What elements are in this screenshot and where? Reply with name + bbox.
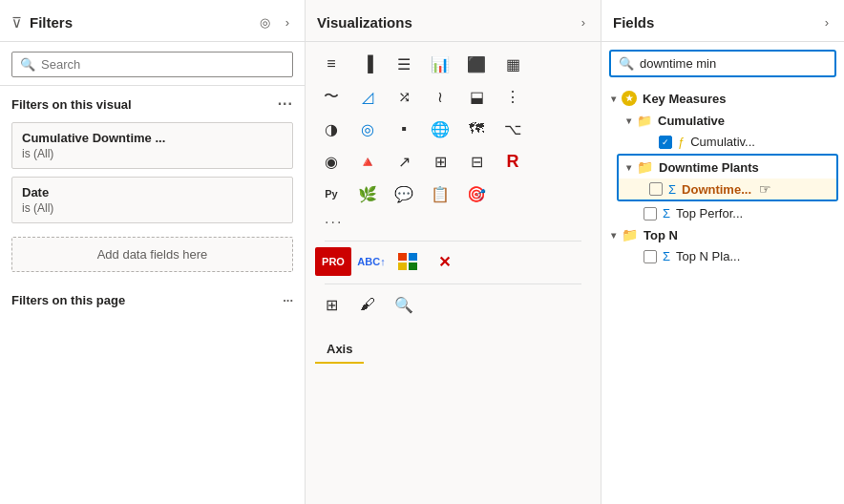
filter-card-cumulative-name: Cumulative Downtime ... bbox=[22, 131, 283, 145]
viz-brush-btn[interactable]: 🖌 bbox=[351, 290, 384, 319]
filters-eye-button[interactable]: ◎ bbox=[256, 13, 274, 32]
viz-row-bottom: ⊞ 🖌 🔍 bbox=[315, 290, 591, 319]
downtime-sigma-icon: Σ bbox=[668, 182, 676, 197]
viz-metrics[interactable]: 🎯 bbox=[460, 179, 493, 208]
viz-ribbon[interactable]: ≀ bbox=[424, 82, 456, 111]
tree-item-cumulativ[interactable]: ✓ ƒ Cumulativ... bbox=[632, 132, 844, 152]
filters-expand-button[interactable]: › bbox=[282, 13, 293, 32]
downtime-field-label: Downtime... bbox=[682, 182, 751, 197]
fields-expand-button[interactable]: › bbox=[821, 13, 833, 32]
viz-row-3: ◑ ◎ ▪ 🌐 🗺 ⌥ bbox=[315, 115, 591, 143]
tree-item-top-n-pla[interactable]: Σ Top N Pla... bbox=[617, 246, 844, 266]
fields-search-icon: 🔍 bbox=[619, 56, 634, 71]
filter-card-date[interactable]: Date is (All) bbox=[11, 177, 293, 223]
viz-title: Visualizations bbox=[317, 14, 570, 31]
viz-stacked-bar-h[interactable]: ☰ bbox=[388, 50, 420, 78]
viz-qa[interactable]: 💬 bbox=[388, 179, 420, 208]
viz-python[interactable]: Py bbox=[315, 179, 348, 208]
viz-axis-section: Axis bbox=[306, 328, 601, 368]
key-measures-icon: ★ bbox=[622, 91, 637, 106]
visualizations-panel: Visualizations › ≡ ▐ ☰ 📊 ⬛ ▦ 〜 ◿ ⤮ ≀ ⬓ ⋮… bbox=[306, 0, 601, 504]
chevron-down-icon-3: ▾ bbox=[626, 162, 631, 173]
viz-divider bbox=[325, 241, 581, 242]
filter-card-cumulative[interactable]: Cumulative Downtime ... is (All) bbox=[11, 122, 293, 169]
viz-icons-grid: ≡ ▐ ☰ 📊 ⬛ ▦ 〜 ◿ ⤮ ≀ ⬓ ⋮ ◑ ◎ ▪ 🌐 🗺 ⌥ ◉ bbox=[306, 42, 601, 328]
viz-line-col[interactable]: ⤮ bbox=[388, 82, 420, 111]
viz-x-btn[interactable]: ✕ bbox=[428, 247, 460, 276]
viz-expand-button[interactable]: › bbox=[578, 13, 589, 32]
downtime-plants-subgroup: ▾ 📁 Downtime Plants Σ Downtime... ☞ bbox=[601, 154, 844, 201]
fields-header: Fields › bbox=[601, 0, 844, 42]
svg-rect-0 bbox=[398, 253, 407, 261]
viz-gauge[interactable]: ◉ bbox=[315, 147, 348, 176]
filter-card-cumulative-value: is (All) bbox=[22, 147, 283, 160]
fields-search-input[interactable] bbox=[640, 56, 827, 71]
viz-waterfall[interactable]: ⬓ bbox=[460, 82, 493, 111]
tree-item-top-perfor[interactable]: Σ Top Perfor... bbox=[617, 203, 844, 223]
viz-funnel[interactable]: ⌥ bbox=[496, 115, 529, 143]
top-perfor-checkbox[interactable] bbox=[644, 207, 657, 220]
viz-smart-narrative[interactable]: 📋 bbox=[424, 179, 456, 208]
tree-group-key-measures[interactable]: ▾ ★ Key Measures bbox=[601, 87, 844, 110]
viz-row-format: PRO ABC↑ ✕ bbox=[315, 247, 591, 276]
filter-card-date-name: Date bbox=[22, 185, 283, 200]
viz-more-ellipsis[interactable]: ··· bbox=[315, 212, 352, 233]
viz-100pct-stacked[interactable]: ▦ bbox=[496, 50, 529, 78]
viz-scatter[interactable]: ⋮ bbox=[496, 82, 529, 111]
viz-slicer[interactable]: ⊞ bbox=[424, 147, 456, 176]
viz-stacked-col[interactable]: ⬛ bbox=[460, 50, 493, 78]
fields-tree: ▾ ★ Key Measures ▾ 📁 Cumulative ✓ ƒ Cumu… bbox=[601, 83, 844, 504]
key-measures-label: Key Measures bbox=[643, 92, 726, 106]
viz-map[interactable]: 🌐 bbox=[424, 115, 456, 143]
svg-rect-1 bbox=[409, 253, 417, 261]
filters-search-input[interactable] bbox=[41, 57, 285, 72]
viz-divider2 bbox=[325, 284, 581, 284]
viz-color-squares[interactable] bbox=[391, 247, 424, 276]
cumulative-subgroup: ▾ 📁 Cumulative ✓ ƒ Cumulativ... bbox=[601, 110, 844, 152]
viz-line[interactable]: 〜 bbox=[315, 82, 348, 111]
viz-axis-tab[interactable]: Axis bbox=[315, 336, 364, 364]
top-n-pla-checkbox[interactable] bbox=[644, 250, 657, 263]
viz-area[interactable]: ◿ bbox=[351, 82, 384, 111]
filter-card-date-value: is (All) bbox=[22, 201, 283, 215]
cumulativ-checkbox[interactable]: ✓ bbox=[659, 136, 672, 149]
viz-stacked-bar[interactable]: ≡ bbox=[315, 50, 348, 78]
viz-row-special: ··· bbox=[315, 212, 591, 233]
downtime-field-item[interactable]: Σ Downtime... ☞ bbox=[619, 178, 836, 200]
viz-treemap[interactable]: ▪ bbox=[388, 115, 420, 143]
downtime-checkbox[interactable] bbox=[649, 182, 663, 196]
tree-group-cumulative[interactable]: ▾ 📁 Cumulative bbox=[617, 110, 844, 132]
viz-donut[interactable]: ◎ bbox=[351, 115, 384, 143]
tree-group-downtime-plants[interactable]: ▾ 📁 Downtime Plants bbox=[619, 156, 836, 178]
viz-row-5: Py 🌿 💬 📋 🎯 bbox=[315, 179, 591, 208]
viz-clustered-bar[interactable]: ▐ bbox=[351, 50, 384, 78]
viz-table[interactable]: ⊟ bbox=[460, 147, 493, 176]
filters-on-visual-menu[interactable]: ··· bbox=[278, 95, 293, 113]
filters-header: ⊽ Filters ◎ › bbox=[0, 0, 305, 42]
tree-group-top-n[interactable]: ▾ 📁 Top N bbox=[601, 223, 844, 246]
viz-card[interactable]: 🔺 bbox=[351, 147, 384, 176]
filters-on-page-menu[interactable]: ··· bbox=[283, 293, 293, 307]
viz-axis-tabs: Axis bbox=[315, 336, 591, 364]
downtime-plants-outline: ▾ 📁 Downtime Plants Σ Downtime... ☞ bbox=[617, 154, 838, 201]
viz-column[interactable]: 📊 bbox=[424, 50, 456, 78]
search-icon: 🔍 bbox=[20, 57, 35, 72]
viz-kpi[interactable]: ↗ bbox=[388, 147, 420, 176]
viz-decomp-tree[interactable]: 🌿 bbox=[351, 179, 384, 208]
chevron-down-icon-2: ▾ bbox=[626, 116, 631, 126]
add-data-fields-area[interactable]: Add data fields here bbox=[11, 237, 293, 272]
viz-format-btn[interactable]: PRO bbox=[315, 247, 351, 276]
fields-search-inner: 🔍 bbox=[611, 52, 834, 75]
top-n-label: Top N bbox=[644, 228, 678, 242]
cumulative-label: Cumulative bbox=[658, 114, 725, 128]
viz-row-2: 〜 ◿ ⤮ ≀ ⬓ ⋮ bbox=[315, 82, 591, 111]
viz-grid-btn[interactable]: ⊞ bbox=[315, 290, 348, 319]
viz-filled-map[interactable]: 🗺 bbox=[460, 115, 493, 143]
viz-matrix[interactable]: R bbox=[496, 147, 529, 176]
viz-abc-btn[interactable]: ABC↑ bbox=[355, 247, 388, 276]
viz-pie[interactable]: ◑ bbox=[315, 115, 348, 143]
viz-header: Visualizations › bbox=[306, 0, 601, 42]
filters-search-row: 🔍 bbox=[0, 42, 305, 86]
viz-search-btn[interactable]: 🔍 bbox=[388, 290, 420, 319]
top-perfor-label: Top Perfor... bbox=[676, 206, 743, 220]
